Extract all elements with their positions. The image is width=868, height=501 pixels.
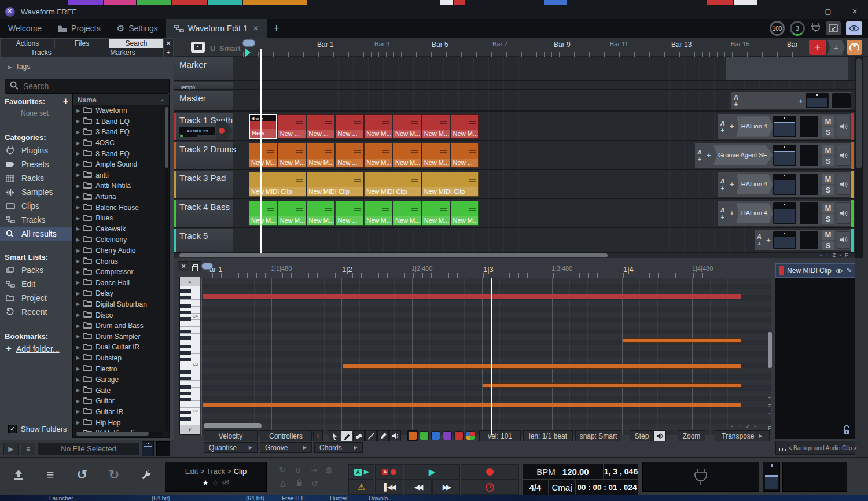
rewind-button[interactable]: ◀◀ — [404, 480, 432, 495]
plugin-chip[interactable]: Groove Agent SE — [713, 145, 773, 165]
track-header[interactable]: Track 3 Pad — [174, 171, 233, 198]
clip-color-swatch[interactable] — [779, 266, 784, 275]
expand-icon[interactable]: ▶ — [76, 248, 80, 253]
bpm-display[interactable]: BPM120.00 — [523, 464, 603, 479]
folder-row[interactable]: ▶Celemony — [73, 234, 169, 245]
folder-row[interactable]: ▶Dubstep — [73, 353, 169, 364]
pointer-tool-button[interactable] — [329, 430, 340, 441]
expand-icon[interactable]: ▶ — [76, 399, 80, 404]
breadcrumb[interactable]: Edit > Track > Clip — [165, 467, 266, 476]
eraser-tool-button[interactable] — [353, 430, 365, 441]
midi-note[interactable] — [203, 294, 741, 299]
folder-row[interactable]: ▶Drum Sampler — [73, 331, 169, 342]
arrangement-playhead[interactable] — [260, 49, 262, 253]
revert-icon[interactable]: ↺ — [311, 479, 318, 488]
arrangement-vscrollbar[interactable] — [855, 57, 863, 258]
midi-clip[interactable]: New M... — [393, 114, 421, 139]
midi-clip[interactable]: New M... — [307, 143, 335, 168]
expand-icon[interactable]: ▶ — [76, 172, 80, 178]
smart-list-packs[interactable]: Packs — [0, 263, 72, 277]
folder-row[interactable]: ▶8 Band EQ — [73, 148, 169, 159]
note-length-value[interactable]: len: 1/1 beat — [523, 430, 573, 441]
fast-forward-button[interactable]: ▶▶ — [432, 480, 460, 495]
clip-panel-header[interactable]: New MIDI Clip ✎ — [775, 263, 855, 278]
taskbar-item[interactable]: Hunter — [330, 495, 347, 501]
add-plugin-button[interactable]: + — [727, 180, 737, 189]
midi-zoom-controls[interactable]: ~ + Z - — [730, 423, 758, 429]
folder-row[interactable]: ▶Electro — [73, 363, 169, 374]
midi-clip[interactable]: New M... — [364, 114, 392, 139]
file-tree-header[interactable]: Name▲ — [73, 94, 169, 105]
hide-properties-icon[interactable] — [222, 478, 230, 487]
sidebar-tab-tracks[interactable]: Tracks — [1, 48, 82, 57]
midi-clip[interactable]: New ... — [335, 114, 363, 139]
automation-controls[interactable]: A+ — [718, 178, 727, 191]
folder-row[interactable]: ▶Delay — [73, 288, 169, 299]
expand-icon[interactable]: ▶ — [76, 355, 80, 360]
solo-button[interactable]: S — [822, 214, 834, 224]
add-plugin-button[interactable]: + — [764, 236, 773, 245]
folder-row[interactable]: ▶Dual Guitar IR — [73, 342, 169, 353]
midi-clip[interactable]: New M... — [278, 143, 306, 168]
mute-button[interactable]: M — [822, 116, 834, 126]
screen-mode-button[interactable] — [826, 21, 841, 35]
automation-controls[interactable]: A+ — [755, 233, 764, 247]
track-header[interactable]: Track 1 SynthAll MIDI Ins — [174, 113, 233, 140]
line-tool-button[interactable] — [365, 430, 377, 441]
add-lane-button[interactable]: + — [313, 430, 323, 441]
category-all-results[interactable]: All results — [0, 227, 72, 241]
mute-button[interactable]: M — [822, 145, 834, 155]
audition-tool-button[interactable] — [389, 430, 401, 441]
expand-icon[interactable]: ▶ — [76, 323, 80, 329]
pan-box[interactable] — [832, 93, 851, 108]
show-folders-checkbox[interactable]: ✓Show Folders — [8, 425, 67, 433]
menu-icon[interactable]: ≡ — [42, 465, 58, 485]
solo-button[interactable]: S — [822, 127, 834, 137]
scroll-up-icon[interactable]: ▲ — [180, 277, 200, 286]
expand-icon[interactable]: ▶ — [76, 345, 80, 350]
sidebar-tab-actions[interactable]: Actions — [1, 39, 54, 48]
expand-icon[interactable]: ▶ — [76, 334, 80, 339]
pencil-tool-button[interactable] — [341, 430, 352, 441]
midi-note[interactable] — [483, 383, 741, 388]
track-header[interactable]: Track 2 Drums — [174, 142, 233, 169]
midi-clip[interactable]: New ... — [451, 143, 479, 168]
taskbar-item[interactable]: Launcher — [49, 495, 73, 501]
tab-welcome[interactable]: Welcome — [0, 19, 50, 38]
snap-value[interactable]: snap: Smart — [575, 430, 621, 441]
tab-projects[interactable]: Projects — [50, 19, 109, 38]
midi-clip[interactable]: New MIDI Clip — [422, 172, 479, 197]
folder-row[interactable]: ▶Cakewalk — [73, 224, 169, 235]
plugin-chip[interactable]: HALion 4 — [737, 203, 773, 223]
auto-play-button[interactable]: A▶ — [348, 464, 374, 480]
preview-menu-button[interactable]: ≡ — [21, 443, 36, 455]
scroll-down-icon[interactable]: ▼ — [180, 425, 200, 434]
midi-clip[interactable]: New MIDI Clip — [364, 172, 421, 197]
play-button[interactable]: ▶ — [404, 464, 460, 480]
add-folder-button[interactable]: +Add folder... — [6, 343, 60, 355]
color-swatch[interactable] — [431, 431, 440, 440]
expand-icon[interactable]: ▶ — [76, 409, 80, 414]
speaker-button[interactable] — [837, 231, 851, 249]
playhead-handle[interactable] — [242, 39, 255, 47]
midi-clip[interactable]: New M... — [422, 114, 450, 139]
expand-icon[interactable]: ▶ — [76, 162, 80, 167]
folder-row[interactable]: ▶Waveform — [73, 105, 169, 116]
midi-clip[interactable]: New MIDI Clip — [249, 172, 306, 197]
wrench-icon[interactable] — [138, 465, 154, 485]
add-favourite-button[interactable]: + — [63, 96, 68, 106]
folder-row[interactable]: ▶Arturia — [73, 191, 169, 202]
tab-close-icon[interactable]: ✕ — [253, 24, 259, 32]
return-to-start-button[interactable]: ▌◀◀ — [375, 480, 403, 495]
close-button[interactable]: ✕ — [841, 5, 868, 19]
redo-icon[interactable]: ↻ — [106, 465, 122, 485]
step-audition-button[interactable] — [654, 430, 666, 441]
folder-row[interactable]: ▶Hip Hop — [73, 417, 169, 428]
time-signature-display[interactable]: 4/4 — [523, 480, 548, 495]
midi-clip[interactable]: New M... — [451, 201, 479, 226]
folder-row[interactable]: ▶Compressor — [73, 267, 169, 278]
midi-clip[interactable]: New ... — [335, 201, 363, 226]
taskbar-item[interactable]: (64-bit) — [246, 495, 264, 501]
track-header[interactable]: Track 4 Bass — [174, 200, 233, 227]
pan-box[interactable] — [800, 231, 818, 249]
